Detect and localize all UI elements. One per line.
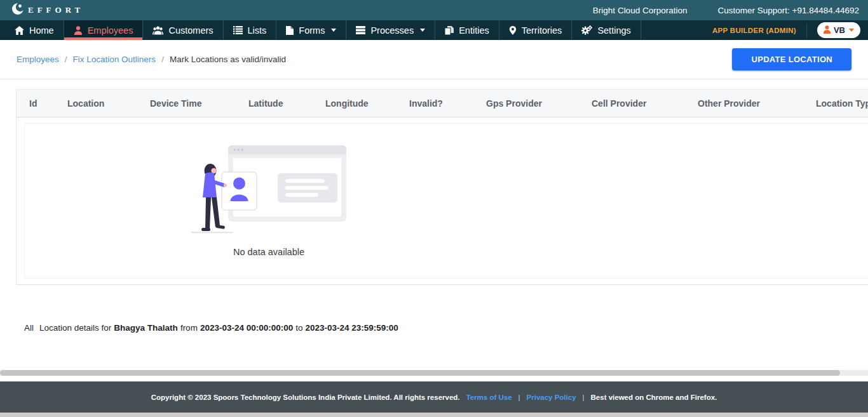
best-viewed-text: Best viewed on Chrome and Firefox.	[591, 394, 717, 401]
effort-logo-icon	[11, 2, 25, 18]
col-latitude: Latitude	[236, 98, 313, 109]
nav-label: Customers	[168, 25, 213, 36]
pages-icon	[445, 26, 454, 35]
nav-label: Settings	[597, 25, 630, 36]
nav-item-settings[interactable]: Settings	[572, 20, 641, 40]
footer-separator: |	[519, 394, 520, 401]
effort-logo[interactable]: EFFORT	[11, 2, 84, 18]
map-pin-icon	[509, 26, 517, 35]
nav-label: Home	[29, 25, 54, 36]
col-location: Location	[55, 98, 137, 109]
col-cell-provider: Cell Provider	[579, 98, 685, 109]
file-icon	[286, 26, 294, 35]
footer: Copyright © 2023 Spoors Technology Solut…	[0, 381, 868, 413]
breadcrumb-current: Mark Locations as valid/invalid	[170, 55, 286, 64]
terms-of-use-link[interactable]: Terms of Use	[466, 394, 512, 401]
nav-label: Entities	[459, 25, 489, 36]
col-longitude: Longitude	[313, 98, 397, 109]
chevron-down-icon	[420, 29, 425, 32]
locations-table: Id Location Device Time Latitude Longitu…	[16, 89, 868, 285]
user-initials: VB	[834, 25, 845, 35]
nav-item-forms[interactable]: Forms	[276, 20, 346, 40]
effort-logo-text: EFFORT	[28, 5, 84, 15]
col-invalid: Invalid?	[397, 98, 473, 109]
breadcrumb-separator: /	[161, 55, 164, 64]
table-body: No data available	[17, 117, 868, 285]
nav-item-home[interactable]: Home	[5, 20, 64, 40]
page: EFFORT Bright Cloud Corporation Customer…	[0, 0, 868, 417]
customer-support-text: Customer Support: +91.84484.44692	[717, 6, 859, 15]
nav-item-employees[interactable]: Employees	[64, 20, 144, 40]
summary-details: Location details for	[39, 323, 111, 333]
nav-item-customers[interactable]: Customers	[143, 20, 223, 40]
horizontal-scrollbar-thumb[interactable]	[0, 370, 840, 376]
summary-all: All	[24, 323, 34, 333]
nav-item-processes[interactable]: Processes	[346, 20, 435, 40]
empty-state-box: No data available	[24, 123, 868, 279]
summary-to-label: to	[295, 323, 302, 333]
breadcrumb: Employees / Fix Location Outliners / Mar…	[17, 55, 286, 64]
nav-label: Employees	[88, 25, 133, 36]
footer-separator: |	[583, 394, 585, 401]
horizontal-scrollbar-track[interactable]	[0, 370, 868, 376]
app-builder-link[interactable]: APP BUILDER (ADMIN)	[712, 27, 796, 34]
col-location-type: Location Type	[803, 98, 868, 109]
top-bar: EFFORT Bright Cloud Corporation Customer…	[0, 0, 868, 20]
privacy-policy-link[interactable]: Privacy Policy	[527, 394, 576, 401]
location-summary: All Location details for Bhagya Thalath …	[24, 323, 868, 333]
home-icon	[15, 26, 24, 35]
user-menu-button[interactable]: VB	[817, 22, 860, 38]
nav-label: Territories	[522, 25, 562, 36]
nav-label: Forms	[299, 25, 325, 36]
nav-item-lists[interactable]: Lists	[224, 20, 277, 40]
list-icon	[233, 26, 243, 34]
nav-item-territories[interactable]: Territories	[499, 20, 573, 40]
col-other-provider: Other Provider	[685, 98, 803, 109]
chevron-down-icon	[331, 29, 336, 32]
people-icon	[153, 26, 163, 35]
nav-divider	[806, 23, 807, 38]
summary-from-label: from	[180, 323, 198, 333]
no-data-text: No data available	[233, 247, 304, 257]
breadcrumb-separator: /	[65, 55, 67, 64]
copyright-text: Copyright © 2023 Spoors Technology Solut…	[151, 394, 460, 401]
col-device-time: Device Time	[137, 98, 236, 109]
no-data-illustration	[191, 145, 347, 243]
page-header: Employees / Fix Location Outliners / Mar…	[0, 40, 868, 79]
main-nav: Home Employees C	[0, 20, 868, 40]
nav-label: Lists	[248, 25, 267, 36]
stack-icon	[356, 26, 365, 34]
breadcrumb-fix-location-outliners[interactable]: Fix Location Outliners	[73, 55, 156, 64]
gears-icon	[581, 25, 592, 35]
col-id: Id	[17, 98, 55, 109]
col-gps-provider: Gps Provider	[473, 98, 579, 109]
chevron-down-icon	[849, 29, 854, 32]
summary-employee-name: Bhagya Thalath	[114, 323, 178, 333]
breadcrumb-employees[interactable]: Employees	[17, 55, 59, 64]
person-icon	[74, 26, 83, 35]
nav-label: Processes	[370, 25, 414, 36]
table-header-row: Id Location Device Time Latitude Longitu…	[17, 89, 868, 117]
company-name: Bright Cloud Corporation	[593, 6, 688, 15]
summary-to-date: 2023-03-24 23:59:59:00	[306, 323, 398, 333]
update-location-button[interactable]: UPDATE LOCATION	[732, 48, 851, 70]
summary-from-date: 2023-03-24 00:00:00:00	[200, 323, 293, 333]
nav-item-entities[interactable]: Entities	[435, 20, 499, 40]
user-icon	[823, 25, 831, 36]
window-scrollbar-strip[interactable]	[0, 413, 868, 417]
